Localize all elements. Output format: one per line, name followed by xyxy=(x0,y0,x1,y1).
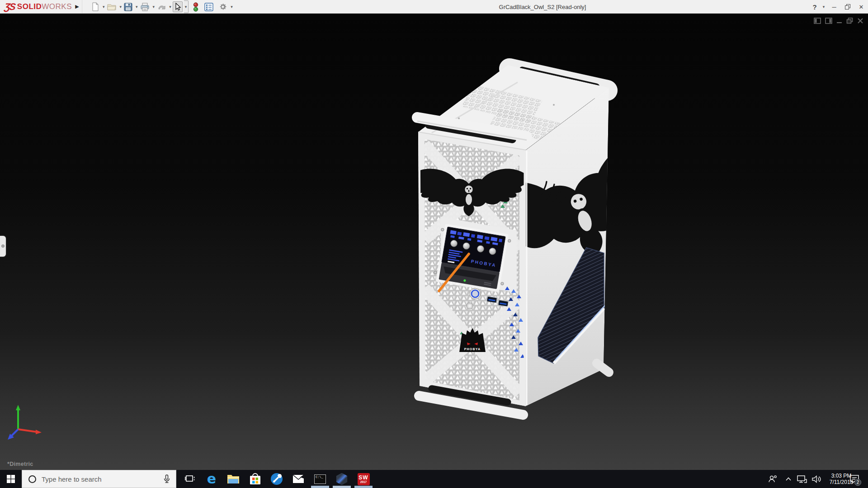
volume-button[interactable] xyxy=(809,470,824,488)
mail-icon xyxy=(292,474,304,483)
taskbar-app-command-prompt[interactable]: C:\_ xyxy=(309,470,331,488)
print-caret[interactable]: ▾ xyxy=(153,5,155,9)
taskbar-app-edge[interactable]: e xyxy=(201,470,222,488)
expand-pane-knob-icon xyxy=(1,244,5,248)
taskbar-app-wrench-tool[interactable] xyxy=(266,470,288,488)
triad-x-axis xyxy=(36,430,42,434)
taskbar-search[interactable] xyxy=(22,470,176,488)
new-caret[interactable]: ▾ xyxy=(103,5,105,9)
options-caret[interactable]: ▾ xyxy=(231,5,233,9)
new-document-icon xyxy=(91,2,99,11)
edge-icon: e xyxy=(207,472,216,486)
task-view-icon xyxy=(185,475,195,483)
document-title: GrCadBlack_Owl_S2 [Read-only] xyxy=(499,0,586,14)
print-button[interactable] xyxy=(139,1,151,12)
save-caret[interactable]: ▾ xyxy=(136,5,138,9)
new-document-button[interactable] xyxy=(90,1,100,12)
taskbar-app-solidworks[interactable]: SW 2017 xyxy=(353,470,374,488)
speaker-icon xyxy=(812,475,821,483)
start-button[interactable] xyxy=(0,470,22,488)
open-folder-icon xyxy=(107,3,117,11)
undo-caret[interactable]: ▾ xyxy=(169,5,171,9)
orientation-label: *Dimetric xyxy=(7,461,33,467)
open-indicator-solidworks xyxy=(354,486,373,488)
task-view-button[interactable] xyxy=(179,470,201,488)
microphone-icon[interactable] xyxy=(163,474,170,483)
solidworks-logo-mark: ƷS xyxy=(4,1,15,12)
child-restore-icon[interactable] xyxy=(846,18,853,24)
close-button[interactable]: ✕ xyxy=(854,0,868,14)
save-button[interactable] xyxy=(123,1,133,12)
help-caret[interactable]: ▾ xyxy=(820,0,827,14)
open-button[interactable] xyxy=(106,1,118,12)
cad-model-pc-case[interactable]: PHOBYA PHOBYA xyxy=(405,37,622,426)
open-caret[interactable]: ▾ xyxy=(120,5,122,9)
search-input[interactable] xyxy=(42,475,163,483)
orientation-triad xyxy=(4,403,49,446)
show-pane-left-icon[interactable] xyxy=(814,18,821,24)
taskbar-app-hexagon[interactable] xyxy=(331,470,353,488)
triad-y-axis xyxy=(16,405,20,410)
print-icon xyxy=(140,3,150,11)
wrench-circle-icon xyxy=(270,473,283,485)
taskbar: e C:\_ xyxy=(0,470,868,488)
cortana-circle-icon[interactable] xyxy=(28,475,36,483)
restore-icon xyxy=(845,4,850,9)
windows-logo-icon xyxy=(7,475,15,483)
graphics-viewport[interactable]: PHOBYA PHOBYA xyxy=(0,14,868,470)
select-cursor-icon xyxy=(174,3,181,11)
file-explorer-icon xyxy=(227,474,240,484)
tray-overflow-button[interactable] xyxy=(782,470,795,488)
menu-flyout-arrow-icon[interactable]: ▶ xyxy=(72,0,82,13)
solidworks-logo: ƷS SOLIDWORKS xyxy=(5,1,72,13)
phobya-badge-text: PHOBYA xyxy=(464,347,481,351)
file-properties-icon xyxy=(204,3,213,11)
people-button[interactable] xyxy=(765,470,780,488)
solidworks-2017-icon: SW 2017 xyxy=(358,473,370,485)
child-close-icon[interactable] xyxy=(857,18,863,24)
taskbar-app-file-explorer[interactable] xyxy=(222,470,244,488)
hexagon-app-icon xyxy=(336,473,348,485)
taskbar-app-mail[interactable] xyxy=(288,470,309,488)
show-pane-right-icon[interactable] xyxy=(825,18,832,24)
notification-badge: 2 xyxy=(854,479,861,486)
titlebar: ƷS SOLIDWORKS ▶ ▾ ▾ ▾ ▾ ▾ ▾ ▾ xyxy=(0,0,868,14)
child-window-controls xyxy=(814,18,863,24)
chevron-up-icon xyxy=(786,477,791,481)
options-gear-icon xyxy=(218,2,227,11)
people-icon xyxy=(768,475,777,483)
help-button[interactable]: ? xyxy=(809,0,820,14)
action-center-button[interactable] xyxy=(846,470,863,488)
select-tool-button[interactable] xyxy=(173,1,183,12)
store-icon xyxy=(250,473,261,485)
file-properties-button[interactable] xyxy=(203,1,214,12)
feature-manager-collapsed-tab[interactable] xyxy=(0,236,6,257)
child-minimize-icon[interactable] xyxy=(836,18,842,24)
undo-arrow-icon xyxy=(157,3,166,11)
undo-button[interactable] xyxy=(156,1,167,12)
rebuild-trafficlight-icon xyxy=(193,2,198,12)
save-floppy-icon xyxy=(124,3,132,11)
logo-solid-text: SOLID xyxy=(17,2,42,11)
restore-button[interactable] xyxy=(841,0,854,14)
taskbar-app-store[interactable] xyxy=(244,470,266,488)
open-indicator-hexagon xyxy=(333,486,351,488)
rebuild-button[interactable] xyxy=(192,1,199,12)
select-tool-caret[interactable]: ▾ xyxy=(184,0,189,13)
options-button[interactable] xyxy=(217,1,228,12)
logo-works-text: WORKS xyxy=(42,2,72,11)
open-indicator-cmd xyxy=(311,486,329,488)
network-icon xyxy=(797,475,807,483)
minimize-button[interactable]: ─ xyxy=(827,0,841,14)
command-prompt-icon: C:\_ xyxy=(314,474,326,484)
network-button[interactable] xyxy=(795,470,809,488)
